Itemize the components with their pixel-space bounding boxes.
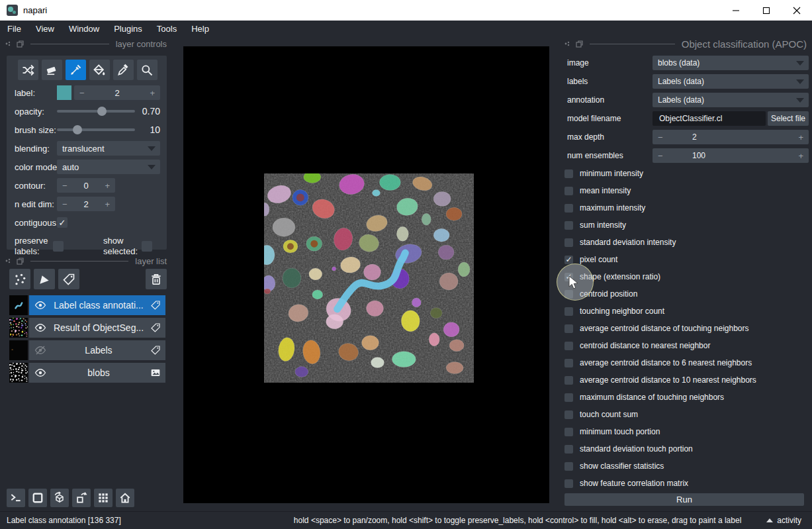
increment-icon[interactable]: + xyxy=(105,197,110,211)
feature-checkbox[interactable] xyxy=(564,462,573,471)
activity-button[interactable]: activity xyxy=(766,516,801,525)
increment-icon[interactable]: + xyxy=(150,85,155,100)
decrement-icon[interactable]: − xyxy=(658,130,663,144)
viewer-canvas[interactable] xyxy=(183,46,549,503)
maximize-button[interactable] xyxy=(751,0,782,21)
close-button[interactable] xyxy=(782,0,812,21)
decrement-icon[interactable]: − xyxy=(658,148,663,163)
feature-checkbox[interactable] xyxy=(564,324,573,333)
label-spinbox[interactable]: − 2 + xyxy=(74,85,160,100)
visibility-eye-icon[interactable] xyxy=(29,299,52,311)
feature-checkbox[interactable] xyxy=(564,376,573,385)
mouse-cursor xyxy=(568,275,581,290)
contiguous-checkbox[interactable]: ✓ xyxy=(57,217,68,228)
hide-panel-icon[interactable] xyxy=(5,258,13,265)
layer-row[interactable]: Result of ObjectSeg... xyxy=(9,318,165,338)
feature-checkbox[interactable]: ✓ xyxy=(564,256,573,264)
max-depth-spinbox[interactable]: − 2 + xyxy=(653,130,809,144)
float-panel-icon[interactable] xyxy=(576,40,583,48)
feature-checkbox-list: minimum intensitymean intensitymaximum i… xyxy=(564,165,809,492)
decrement-icon[interactable]: − xyxy=(62,178,68,193)
visibility-eye-closed-icon[interactable] xyxy=(29,344,52,356)
color-picker-button[interactable] xyxy=(113,60,134,80)
contour-spinbox[interactable]: − 0 + xyxy=(57,178,115,193)
labels-dropdown[interactable]: Labels (data) xyxy=(653,74,809,89)
feature-row: average centroid distance to 10 nearest … xyxy=(564,371,809,389)
increment-icon[interactable]: + xyxy=(798,148,803,163)
layer-list-toolbar xyxy=(9,269,167,289)
image-dropdown[interactable]: blobs (data) xyxy=(653,56,809,70)
menu-help[interactable]: Help xyxy=(184,21,216,37)
feature-checkbox[interactable] xyxy=(564,479,573,488)
new-shapes-icon xyxy=(38,273,51,286)
opacity-value: 0.70 xyxy=(139,106,160,117)
minimize-icon xyxy=(732,7,740,15)
feature-checkbox[interactable] xyxy=(564,187,573,195)
increment-icon[interactable]: + xyxy=(798,130,803,144)
feature-checkbox[interactable] xyxy=(564,428,573,436)
hide-panel-icon[interactable] xyxy=(564,40,572,48)
run-button[interactable]: Run xyxy=(564,493,804,506)
hide-panel-icon[interactable] xyxy=(5,40,13,48)
visibility-eye-icon[interactable] xyxy=(29,322,52,334)
pan-zoom-button[interactable] xyxy=(137,60,158,80)
feature-checkbox[interactable] xyxy=(564,238,573,247)
annotation-label: annotation xyxy=(559,95,653,105)
color-mode-dropdown[interactable]: auto xyxy=(57,160,160,174)
model-filename-input[interactable]: ObjectClassifier.cl xyxy=(653,111,766,126)
feature-checkbox[interactable] xyxy=(564,221,573,230)
paint-brush-button[interactable] xyxy=(66,60,86,80)
minimize-button[interactable] xyxy=(721,0,751,21)
console-button[interactable] xyxy=(7,489,25,507)
layer-row[interactable]: blobs xyxy=(9,363,165,383)
toggle-ndisplay-button[interactable] xyxy=(28,489,47,507)
roll-dimensions-button[interactable] xyxy=(50,489,69,507)
opacity-slider[interactable] xyxy=(57,104,135,119)
decrement-icon[interactable]: − xyxy=(62,197,68,211)
grid-view-button[interactable] xyxy=(94,489,113,507)
menu-view[interactable]: View xyxy=(28,21,62,37)
label-color-swatch[interactable] xyxy=(57,85,71,100)
home-button[interactable] xyxy=(116,489,134,507)
menu-file[interactable]: File xyxy=(0,21,28,37)
transpose-dimensions-icon xyxy=(75,491,88,505)
feature-row: maximum intensity xyxy=(564,199,809,216)
napari-window: napari FileViewWindowPluginsToolsHelp la… xyxy=(0,0,812,529)
float-panel-icon[interactable] xyxy=(17,40,24,48)
annotation-dropdown[interactable]: Labels (data) xyxy=(653,93,809,107)
preserve-labels-checkbox[interactable] xyxy=(53,241,64,252)
feature-checkbox[interactable] xyxy=(564,445,573,454)
show-selected-checkbox[interactable] xyxy=(142,241,152,252)
num-ensembles-spinbox[interactable]: − 100 + xyxy=(653,148,809,163)
layer-row[interactable]: Labels xyxy=(9,340,165,360)
new-points-button[interactable] xyxy=(9,269,30,289)
decrement-icon[interactable]: − xyxy=(79,85,85,100)
menu-plugins[interactable]: Plugins xyxy=(107,21,150,37)
feature-checkbox[interactable] xyxy=(564,393,573,402)
feature-checkbox[interactable] xyxy=(564,204,573,213)
visibility-eye-icon[interactable] xyxy=(29,367,52,379)
feature-row: mean intensity xyxy=(564,182,809,199)
blending-dropdown[interactable]: translucent xyxy=(57,141,160,156)
n-edit-dim-spinbox[interactable]: − 2 + xyxy=(57,197,115,211)
feature-checkbox[interactable] xyxy=(564,342,573,350)
fill-bucket-button[interactable] xyxy=(89,60,110,80)
menu-window[interactable]: Window xyxy=(62,21,107,37)
shuffle-colors-button[interactable] xyxy=(18,60,38,80)
new-shapes-button[interactable] xyxy=(34,269,55,289)
layer-list: Label class annotati...Result of ObjectS… xyxy=(9,295,165,383)
select-file-button[interactable]: Select file xyxy=(768,111,809,126)
feature-checkbox[interactable] xyxy=(564,359,573,367)
transpose-dimensions-button[interactable] xyxy=(72,489,91,507)
eraser-button[interactable] xyxy=(42,60,62,80)
delete-layer-button[interactable] xyxy=(146,269,167,289)
feature-checkbox[interactable] xyxy=(564,307,573,316)
brush-size-slider[interactable] xyxy=(57,122,135,137)
layer-row[interactable]: Label class annotati... xyxy=(9,295,165,315)
menu-tools[interactable]: Tools xyxy=(150,21,184,37)
feature-checkbox[interactable] xyxy=(564,410,573,419)
feature-checkbox[interactable] xyxy=(564,169,573,178)
increment-icon[interactable]: + xyxy=(105,178,110,193)
float-panel-icon[interactable] xyxy=(17,258,24,265)
new-labels-button[interactable] xyxy=(58,269,79,289)
